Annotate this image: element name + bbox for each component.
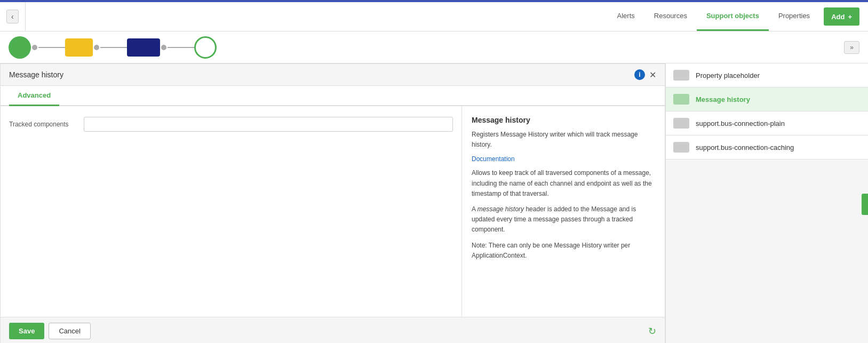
support-item-label-3: support.bus-connection-caching xyxy=(696,143,794,151)
pipeline-nodes xyxy=(9,36,217,59)
back-icon: ‹ xyxy=(11,12,14,21)
close-icon[interactable]: ✕ xyxy=(649,70,656,80)
main-content: Message history i ✕ Advanced Tracked com… xyxy=(0,63,868,343)
add-icon: + xyxy=(848,13,852,21)
node-dot-1 xyxy=(32,45,37,50)
support-item-message-history[interactable]: Message history xyxy=(666,87,868,111)
documentation-link[interactable]: Documentation xyxy=(472,155,655,163)
support-item-label-2: support.bus-connection-plain xyxy=(696,119,785,127)
node-dot-2 xyxy=(94,45,99,50)
node-dot-3 xyxy=(161,45,166,50)
support-item-label-0: Property placeholder xyxy=(696,71,760,79)
dialog-header: Message history i ✕ xyxy=(1,64,665,86)
dialog-tabs: Advanced xyxy=(1,86,665,106)
node-blue xyxy=(127,38,160,57)
nav-back-section: ‹ xyxy=(0,2,26,31)
node-yellow xyxy=(65,38,93,57)
info-text-4: Note: There can only be one Message Hist… xyxy=(472,241,655,261)
info-title: Message history xyxy=(472,116,655,124)
add-button[interactable]: Add + xyxy=(824,7,859,26)
tab-resources[interactable]: Resources xyxy=(644,2,697,31)
footer-buttons: Save Cancel xyxy=(9,323,91,339)
pipeline-area: » xyxy=(0,31,868,63)
dialog-panel: Message history i ✕ Advanced Tracked com… xyxy=(0,63,665,343)
dialog-footer: Save Cancel ↻ xyxy=(1,317,665,343)
support-item-label-1: Message history xyxy=(696,95,750,103)
scroll-hint xyxy=(862,194,868,215)
pipeline-expand-button[interactable]: » xyxy=(844,41,859,54)
node-start xyxy=(9,36,31,59)
node-end xyxy=(194,36,217,59)
nav-tabs: Alerts Resources Support objects Propert… xyxy=(26,2,868,31)
right-panel: Property placeholder Message history sup… xyxy=(665,63,868,343)
support-item-icon-2 xyxy=(673,118,689,129)
dialog-header-icons: i ✕ xyxy=(634,69,656,80)
support-item-icon-0 xyxy=(673,70,689,81)
save-button[interactable]: Save xyxy=(9,323,44,339)
top-nav: ‹ Alerts Resources Support objects Prope… xyxy=(0,2,868,31)
support-item-bus-connection-plain[interactable]: support.bus-connection-plain xyxy=(666,111,868,135)
tracked-components-label: Tracked components xyxy=(9,121,84,128)
back-button[interactable]: ‹ xyxy=(6,10,19,23)
dialog-title: Message history xyxy=(9,70,63,79)
info-section: Message history Registers Message Histor… xyxy=(462,106,665,317)
support-item-icon-1 xyxy=(673,94,689,105)
form-section: Tracked components xyxy=(1,106,462,317)
refresh-icon[interactable]: ↻ xyxy=(648,325,656,337)
tab-properties[interactable]: Properties xyxy=(769,2,819,31)
tracked-components-input[interactable] xyxy=(84,117,453,132)
info-text-1: Registers Message History writer which w… xyxy=(472,130,655,150)
support-item-property-placeholder[interactable]: Property placeholder xyxy=(666,63,868,87)
tab-alerts[interactable]: Alerts xyxy=(608,2,644,31)
info-text-2: Allows to keep track of all traversed co… xyxy=(472,168,655,199)
tab-support-objects[interactable]: Support objects xyxy=(697,2,769,31)
tracked-components-row: Tracked components xyxy=(9,117,453,132)
info-icon[interactable]: i xyxy=(634,69,645,80)
add-label: Add xyxy=(831,13,845,21)
connector-2 xyxy=(100,47,127,48)
dialog-body: Tracked components Message history Regis… xyxy=(1,106,665,317)
info-text-3: A message history header is added to the… xyxy=(472,204,655,235)
connector-1 xyxy=(38,47,65,48)
tab-advanced[interactable]: Advanced xyxy=(9,86,59,106)
connector-3 xyxy=(168,47,194,48)
cancel-button[interactable]: Cancel xyxy=(49,323,90,339)
support-item-bus-connection-caching[interactable]: support.bus-connection-caching xyxy=(666,135,868,159)
support-item-icon-3 xyxy=(673,142,689,153)
